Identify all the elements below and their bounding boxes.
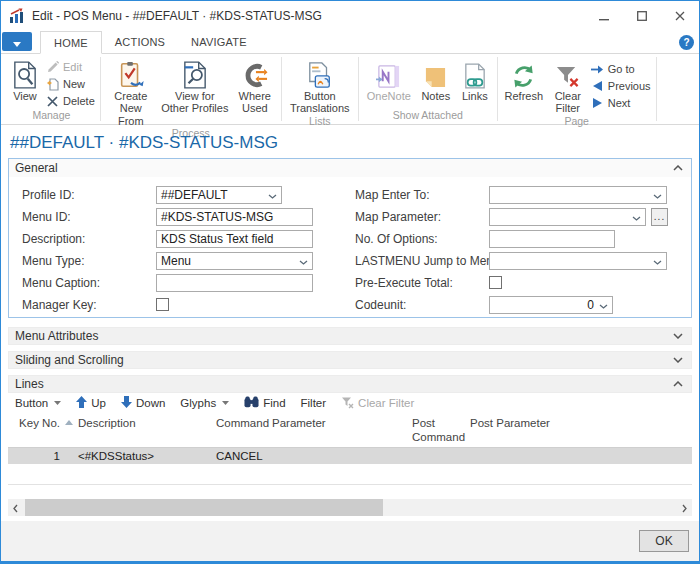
tab-home[interactable]: HOME bbox=[40, 31, 102, 54]
chevron-down-icon bbox=[54, 401, 61, 405]
close-button[interactable] bbox=[661, 1, 699, 31]
maximize-button[interactable] bbox=[623, 1, 661, 31]
chevron-down-icon bbox=[599, 298, 608, 312]
button-menu[interactable]: Button bbox=[15, 397, 61, 409]
no-of-options-input[interactable] bbox=[489, 230, 615, 248]
tab-actions-label: ACTIONS bbox=[115, 36, 165, 48]
map-parameter-assist-button[interactable]: ... bbox=[651, 208, 668, 226]
scrollbar-thumb[interactable] bbox=[25, 499, 383, 516]
move-up-button[interactable]: Up bbox=[76, 396, 106, 410]
chevron-down-icon bbox=[632, 210, 641, 224]
binoculars-icon bbox=[244, 396, 259, 410]
map-parameter-label: Map Parameter: bbox=[339, 210, 489, 224]
notes-icon bbox=[424, 58, 447, 89]
scroll-right-button[interactable] bbox=[677, 499, 692, 516]
column-header-parameter[interactable]: Parameter bbox=[272, 417, 412, 429]
lines-section-header[interactable]: Lines bbox=[8, 375, 692, 393]
create-new-from-button[interactable]: Create New From bbox=[106, 58, 156, 127]
glyphs-menu[interactable]: Glyphs bbox=[180, 397, 229, 409]
menu-id-label: Menu ID: bbox=[9, 210, 156, 224]
chevron-down-icon bbox=[222, 401, 229, 405]
column-header-command[interactable]: Command bbox=[216, 417, 272, 429]
sliding-scrolling-label: Sliding and Scrolling bbox=[15, 353, 124, 367]
onenote-button[interactable]: OneNote bbox=[364, 58, 414, 102]
ok-button[interactable]: OK bbox=[639, 530, 689, 552]
goto-label: Go to bbox=[608, 63, 635, 75]
map-enter-to-label: Map Enter To: bbox=[339, 188, 489, 202]
previous-label: Previous bbox=[608, 80, 651, 92]
next-icon bbox=[591, 98, 604, 108]
next-button[interactable]: Next bbox=[591, 95, 651, 111]
map-parameter-select[interactable] bbox=[489, 208, 646, 226]
group-label-lists: Lists bbox=[282, 115, 358, 130]
cell-command: CANCEL bbox=[216, 450, 272, 462]
general-section-label: General bbox=[15, 161, 58, 175]
lines-label: Lines bbox=[15, 377, 44, 391]
links-icon bbox=[464, 58, 486, 89]
app-icon bbox=[9, 8, 25, 24]
view-button[interactable]: View bbox=[8, 58, 42, 102]
menu-caption-label: Menu Caption: bbox=[9, 276, 156, 290]
scrollbar-track[interactable] bbox=[23, 499, 677, 516]
map-enter-to-select[interactable] bbox=[489, 186, 667, 204]
fasttab-general: General Profile ID: ##DEFAULT Menu I bbox=[8, 158, 692, 318]
move-down-button[interactable]: Down bbox=[121, 396, 165, 410]
chevron-down-icon bbox=[653, 188, 662, 202]
tab-navigate[interactable]: NAVIGATE bbox=[178, 31, 260, 53]
minimize-button[interactable] bbox=[585, 1, 623, 31]
column-header-post-command[interactable]: Post Command bbox=[412, 417, 466, 445]
app-window: Edit - POS Menu - ##DEFAULT · #KDS-STATU… bbox=[0, 0, 700, 564]
find-label: Find bbox=[263, 397, 285, 409]
menu-caption-input[interactable] bbox=[156, 274, 313, 292]
goto-button[interactable]: Go to bbox=[591, 61, 651, 77]
app-menu-button[interactable] bbox=[2, 32, 32, 51]
find-button[interactable]: Find bbox=[244, 396, 285, 410]
delete-button[interactable]: Delete bbox=[46, 93, 95, 109]
edit-button[interactable]: Edit bbox=[46, 59, 95, 75]
where-used-button[interactable]: Where Used bbox=[234, 58, 276, 115]
refresh-button[interactable]: Refresh bbox=[503, 58, 545, 102]
create-new-from-label: Create New From bbox=[106, 90, 156, 127]
button-translations-icon bbox=[307, 58, 333, 89]
new-button[interactable]: New bbox=[46, 76, 95, 92]
lastmenu-jump-select[interactable] bbox=[489, 252, 667, 270]
sliding-scrolling-section-header[interactable]: Sliding and Scrolling bbox=[8, 351, 692, 369]
ribbon-group-page: Refresh Clear Filter bbox=[498, 54, 656, 124]
menu-attributes-section-header[interactable]: Menu Attributes bbox=[8, 327, 692, 345]
view-for-other-profiles-button[interactable]: View for Other Profiles bbox=[160, 58, 230, 115]
previous-icon bbox=[591, 81, 604, 91]
description-input[interactable]: KDS Status Text field bbox=[156, 230, 313, 248]
pre-execute-total-checkbox[interactable] bbox=[489, 276, 502, 289]
group-label-show-attached: Show Attached bbox=[359, 109, 497, 124]
manager-key-checkbox[interactable] bbox=[156, 298, 169, 311]
codeunit-select[interactable]: 0 bbox=[489, 296, 613, 314]
lastmenu-jump-label: LASTMENU Jump to Menu: bbox=[339, 254, 489, 268]
previous-button[interactable]: Previous bbox=[591, 78, 651, 94]
column-header-description[interactable]: Description bbox=[76, 417, 216, 429]
general-section-header[interactable]: General bbox=[9, 159, 691, 177]
help-button[interactable]: ? bbox=[679, 35, 694, 50]
new-icon bbox=[46, 77, 59, 91]
chevron-down-icon bbox=[268, 188, 277, 202]
clear-filter-button[interactable]: Clear Filter bbox=[549, 58, 587, 115]
column-header-key-no[interactable]: Key No. bbox=[8, 417, 62, 429]
clear-filter-toolbar-button[interactable]: Clear Filter bbox=[341, 396, 414, 411]
menu-id-input[interactable]: #KDS-STATUS-MSG bbox=[156, 208, 313, 226]
chevron-down-icon bbox=[13, 33, 21, 51]
codeunit-label: Codeunit: bbox=[339, 298, 489, 312]
tab-actions[interactable]: ACTIONS bbox=[102, 31, 178, 53]
tab-navigate-label: NAVIGATE bbox=[191, 36, 247, 48]
menu-type-select[interactable]: Menu bbox=[156, 252, 313, 270]
filter-button[interactable]: Filter bbox=[301, 397, 327, 409]
goto-arrow-icon bbox=[591, 65, 604, 74]
column-header-post-parameter[interactable]: Post Parameter bbox=[466, 417, 562, 429]
button-translations-button[interactable]: Button Translations bbox=[287, 58, 353, 115]
profile-id-select[interactable]: ##DEFAULT bbox=[156, 186, 282, 204]
where-used-label: Where Used bbox=[234, 90, 276, 115]
chevron-down-icon bbox=[673, 333, 683, 339]
notes-button[interactable]: Notes bbox=[418, 58, 454, 102]
button-menu-label: Button bbox=[15, 397, 48, 409]
scroll-left-button[interactable] bbox=[8, 499, 23, 516]
links-button[interactable]: Links bbox=[458, 58, 492, 102]
table-row[interactable]: 1 <#KDSStatus> CANCEL bbox=[8, 448, 692, 464]
